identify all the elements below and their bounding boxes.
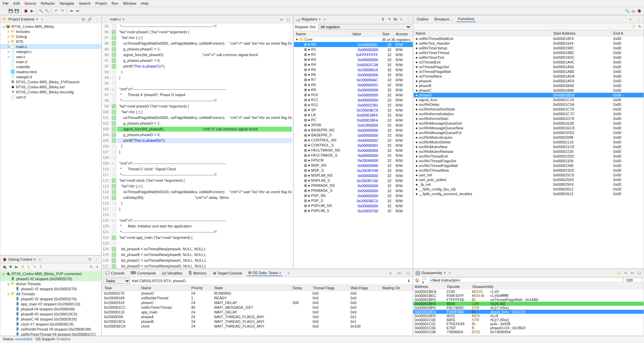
project-tree[interactable]: v📦RTX5_Cortex-M85_Blinky >📁Includes>📁Deb… bbox=[0, 23, 101, 255]
function-row[interactable]: ● svcRtxMutexAcquire0x000020880x00 bbox=[414, 135, 644, 140]
function-row[interactable]: ● svcRtxMessageQueueNew0x00001EC80x00 bbox=[414, 126, 644, 130]
tab-outline[interactable]: Outline bbox=[415, 16, 430, 22]
step-over-icon[interactable]: ⤵ bbox=[26, 264, 31, 269]
thread-item[interactable]: 🧵phaseD #2 stopped (0x20003270) bbox=[0, 296, 101, 301]
function-row[interactable]: ● osThreadNew0x00001AD40x00 bbox=[414, 74, 644, 79]
run-icon[interactable]: ▶ bbox=[29, 8, 35, 14]
function-row[interactable]: ● phaseC0x00001B880x00 bbox=[414, 88, 644, 93]
menubar[interactable]: FileEditSourceRefactorNavigateSearchProj… bbox=[0, 0, 644, 7]
menu-window[interactable]: Window bbox=[123, 1, 136, 5]
redo-icon[interactable]: ↷ bbox=[60, 8, 65, 14]
function-row[interactable]: ● svcRtxMessageQueueGet0x00001E000x00 bbox=[414, 121, 644, 126]
register-row[interactable]: ⊞ ● CONTROL_NS0x0000000232R/W bbox=[294, 138, 413, 143]
thread-item[interactable]: 🧵osRtxTimerThread #9 stopped (0x200081CC… bbox=[0, 332, 101, 336]
debug-perspective-icon[interactable]: 🐞 bbox=[637, 8, 642, 14]
disassembly-row[interactable]: 0x00001C02F7FEFE99BLputs ; 0x938 bbox=[413, 322, 644, 326]
close-icon[interactable]: × bbox=[318, 17, 320, 21]
register-row[interactable]: ⊞ ● PRIMASK_S0x0000000032R/W bbox=[294, 188, 413, 193]
add-icon[interactable]: ＋ bbox=[40, 16, 45, 22]
disassembly-row[interactable]: 0x00001C06E7EFBphaseD+24 ; 0x1BE8 bbox=[413, 326, 644, 330]
editor-body[interactable]: 85 *------------------------------------… bbox=[102, 23, 293, 268]
function-row[interactable]: ● uart_init0x000025C80x00 bbox=[414, 173, 644, 177]
pause-icon[interactable]: ⏸ bbox=[20, 264, 25, 269]
close-icon[interactable]: × bbox=[34, 257, 36, 261]
project-item[interactable]: 📄makefile bbox=[0, 64, 101, 69]
function-row[interactable]: ● svcRtxMutexNew0x000021C00x00 bbox=[414, 144, 644, 149]
thread-item[interactable]: 🧵app_main #3 stopped (0x20000110) bbox=[0, 301, 101, 306]
step-out-icon[interactable]: ⤴ bbox=[38, 264, 43, 269]
tab-breakpoi...[interactable]: Breakpoi... bbox=[433, 16, 454, 22]
register-row[interactable]: ⊞ ● R120x0000239132R/W bbox=[294, 102, 413, 108]
menu-search[interactable]: Search bbox=[79, 1, 91, 5]
disassembly-row[interactable]: 0x00001BFE4620MOVr0,r4 bbox=[413, 314, 644, 318]
function-row[interactable]: ● osThreadFlagsWait0x00001AB00x00 bbox=[414, 69, 644, 74]
menu-navigate[interactable]: Navigate bbox=[60, 1, 74, 5]
menu-icon[interactable]: ≡ bbox=[623, 270, 628, 275]
refresh-icon[interactable]: ↻ bbox=[637, 24, 642, 29]
project-item[interactable]: >📄main.c bbox=[0, 44, 101, 49]
function-row[interactable]: ● _fp_init0x000025F60x00 bbox=[414, 182, 644, 187]
wand-icon[interactable]: ✨ bbox=[616, 270, 621, 275]
registers-table[interactable]: NameValueSizeAccess▾ 📁 Core35 of 35 regi… bbox=[294, 31, 413, 213]
register-row[interactable]: ⊞ ● BASEPRI_NS0x0000000032R/W bbox=[294, 128, 413, 133]
filter-icon[interactable]: ⋮ bbox=[94, 16, 99, 22]
register-row[interactable]: ⊞ ● PSPLIM_NS0x0000000032R/W bbox=[294, 203, 413, 208]
max-icon[interactable]: ▢ bbox=[636, 270, 642, 275]
project-item[interactable]: >📁RTE bbox=[0, 39, 101, 44]
function-row[interactable]: ● __fplib_config_pureend_doubles0x000026… bbox=[414, 191, 644, 196]
menu-edit[interactable]: Edit bbox=[13, 1, 20, 5]
register-row[interactable]: ⊞ ● PRIMASK_NS0x0000000032R/W bbox=[294, 183, 413, 188]
register-row[interactable]: ⊞ ● R100x0000000032R/W bbox=[294, 92, 413, 97]
function-row[interactable]: ● phaseD0x00001BD00x00 bbox=[414, 93, 644, 97]
function-row[interactable]: ● __fplib_config_fpu_vfp0x000026120x00 bbox=[414, 187, 644, 191]
register-row[interactable]: ⊞ ● LR0x00001BF532R/W bbox=[294, 113, 413, 118]
thread-item[interactable]: 🧵phaseA #4 stopped (0x2000D68) bbox=[0, 306, 101, 311]
osdata-table[interactable]: TaskNamePriorityStateDelayThread FlagsWa… bbox=[102, 285, 413, 329]
disassembly-row[interactable]: 0x00001C0873696854DCD0x73696854 bbox=[413, 330, 644, 334]
register-row[interactable]: ⊞ ● R40x00001C0832R/W bbox=[294, 62, 413, 67]
task-row[interactable]: 0x20003EC8clock24WAIT_THREAD_FLAGS_ANY0x… bbox=[102, 324, 413, 329]
view-menu-icon[interactable]: ⋮ bbox=[405, 16, 411, 22]
function-row[interactable]: ● svcRtxMutexRelease0x000022280x00 bbox=[414, 149, 644, 154]
task-row[interactable]: 0x20003270phaseD24RUNNING0x00x0 bbox=[102, 291, 413, 296]
save-icon[interactable]: 💾 bbox=[8, 8, 13, 14]
add-icon[interactable]: ＋ bbox=[286, 270, 291, 276]
collapse-icon[interactable]: ⊟ bbox=[80, 16, 86, 22]
debug-tree[interactable]: v🔌RTX5_Cortex-M85_Blinky_FVP connected🧵p… bbox=[0, 270, 101, 336]
close-icon[interactable]: × bbox=[122, 17, 124, 21]
function-row[interactable]: ● osRtxTick_Handler0x000019240x00 bbox=[414, 41, 644, 46]
history-icon[interactable]: 🕓▾ bbox=[422, 277, 427, 283]
register-row[interactable]: ⊞ ● R50x2000861832R/W bbox=[294, 67, 413, 72]
register-row[interactable]: ⊞ ● FAULTMASK_NS0x0000000032R/W bbox=[294, 148, 413, 153]
function-row[interactable]: ● phaseB0x00001B400x00 bbox=[414, 83, 644, 88]
register-row[interactable]: ⊞ ● R30x0000000032R/W bbox=[294, 57, 413, 62]
thread-item[interactable]: v📁Active Threads bbox=[0, 281, 101, 286]
fwd-icon[interactable]: ➡ bbox=[75, 8, 80, 14]
tab-memory[interactable]: 🗄Memory bbox=[187, 270, 208, 276]
bottom-tabs[interactable]: 💬Console⌨Commands(x)Variables🗄Memory🖥Tar… bbox=[102, 269, 413, 277]
project-item[interactable]: ⚙RTX5_Cortex-M85_Blinky_FVP.launch bbox=[0, 79, 101, 84]
project-item[interactable]: >📄uart.c bbox=[0, 54, 101, 59]
tab-commands[interactable]: ⌨Commands bbox=[129, 270, 157, 276]
connect-icon[interactable]: 🔌 bbox=[2, 264, 7, 269]
task-row[interactable]: 0x20008188osRtxIdleThread1READY0x00x0 bbox=[102, 296, 413, 300]
function-row[interactable]: ● osRtxTimerTick0x000019DC0x00 bbox=[414, 55, 644, 60]
register-row[interactable]: ⊞ ● FAULTMASK_S0x0000000032R/W bbox=[294, 153, 413, 158]
project-item[interactable]: 📄uart.d bbox=[0, 94, 101, 99]
resume-icon[interactable]: ▶ bbox=[14, 264, 19, 269]
function-row[interactable]: ● svcRtxKernelStart0x00001D780x00 bbox=[414, 116, 644, 121]
add-icon[interactable]: ＋ bbox=[447, 270, 453, 275]
add-icon[interactable]: ＋ bbox=[37, 257, 42, 262]
tab-target-console[interactable]: 🖥Target Console bbox=[211, 270, 243, 276]
bug-icon[interactable]: 🐞 bbox=[23, 8, 29, 14]
wand-icon[interactable]: ✨ bbox=[631, 24, 636, 29]
function-row[interactable]: ● uart_putc_polled0x000025E00x00 bbox=[414, 177, 644, 182]
task-row[interactable]: 0x200081CCosRtxTimerThread40WAIT_MESSAGE… bbox=[102, 305, 413, 310]
project-item[interactable]: ◆RTX5_Cortex-M85_Blinky.axf bbox=[0, 84, 101, 89]
min-icon[interactable]: ▭ bbox=[279, 16, 284, 22]
function-row[interactable]: ● svcRtxKernelGetState0x00001C700x00 bbox=[414, 107, 644, 112]
project-item[interactable]: 📄retarget.d bbox=[0, 74, 101, 79]
thread-item[interactable]: 🧵clock #7 stopped (0x20003EC8) bbox=[0, 321, 101, 327]
thread-item[interactable]: 🧵phaseB #5 stopped (0x200019C0) bbox=[0, 311, 101, 316]
disconnect-icon[interactable]: ✖ bbox=[8, 264, 13, 269]
